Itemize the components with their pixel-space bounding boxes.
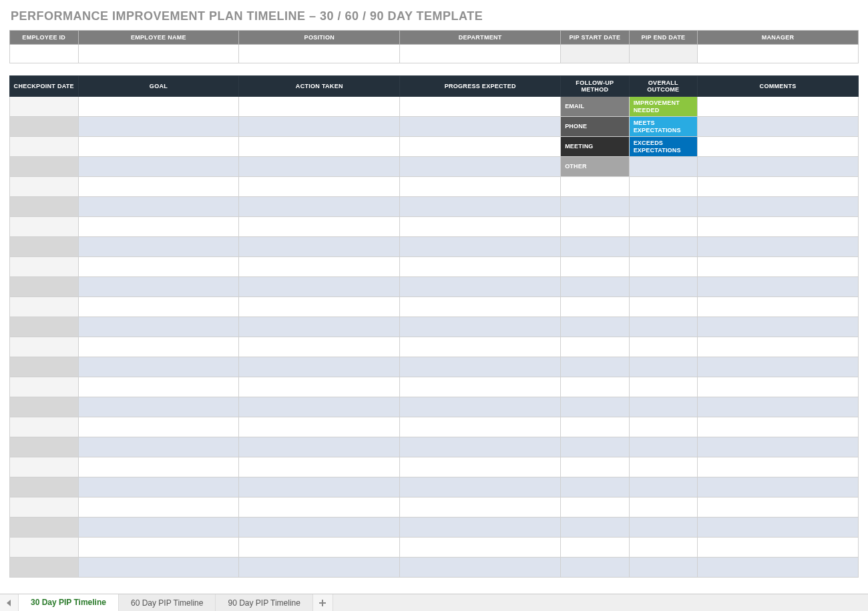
cell[interactable] (698, 97, 859, 117)
cell[interactable] (78, 357, 239, 377)
cell[interactable] (629, 177, 698, 197)
cell[interactable] (400, 558, 561, 578)
cell[interactable] (239, 357, 400, 377)
cell[interactable] (698, 117, 859, 137)
cell[interactable] (239, 257, 400, 277)
cell[interactable] (78, 457, 239, 477)
cell[interactable] (400, 317, 561, 337)
cell-department[interactable] (400, 45, 561, 63)
cell[interactable] (78, 117, 239, 137)
cell[interactable] (698, 317, 859, 337)
cell[interactable] (400, 437, 561, 457)
cell[interactable] (561, 497, 630, 518)
cell[interactable] (629, 157, 698, 177)
cell-position[interactable] (239, 45, 400, 63)
cell[interactable] (561, 558, 630, 578)
cell[interactable] (10, 337, 79, 357)
cell[interactable] (629, 538, 698, 558)
cell[interactable] (239, 397, 400, 417)
cell[interactable] (10, 518, 79, 538)
cell[interactable] (400, 217, 561, 237)
cell[interactable] (629, 277, 698, 297)
cell[interactable] (239, 277, 400, 297)
cell[interactable] (698, 437, 859, 457)
cell[interactable] (629, 457, 698, 477)
cell-employee-id[interactable] (10, 45, 79, 63)
cell[interactable] (698, 177, 859, 197)
cell[interactable] (10, 317, 79, 337)
cell[interactable] (629, 357, 698, 377)
cell-pip-start[interactable] (561, 45, 630, 63)
cell[interactable] (400, 357, 561, 377)
followup-legend-phone[interactable]: PHONE (561, 117, 630, 137)
cell[interactable] (561, 197, 630, 217)
cell[interactable] (629, 558, 698, 578)
cell[interactable] (78, 437, 239, 457)
cell[interactable] (561, 377, 630, 397)
cell[interactable] (10, 217, 79, 237)
cell[interactable] (629, 417, 698, 437)
cell[interactable] (239, 317, 400, 337)
cell-employee-name[interactable] (78, 45, 239, 63)
cell[interactable] (239, 538, 400, 558)
cell[interactable] (400, 397, 561, 417)
cell[interactable] (400, 497, 561, 518)
followup-legend-email[interactable]: EMAIL (561, 97, 630, 117)
cell[interactable] (400, 177, 561, 197)
cell[interactable] (78, 558, 239, 578)
cell[interactable] (10, 157, 79, 177)
cell[interactable] (561, 277, 630, 297)
cell[interactable] (698, 337, 859, 357)
cell[interactable] (400, 157, 561, 177)
cell[interactable] (10, 437, 79, 457)
cell[interactable] (400, 417, 561, 437)
cell[interactable] (78, 477, 239, 497)
cell[interactable] (698, 277, 859, 297)
cell[interactable] (698, 497, 859, 518)
cell[interactable] (698, 377, 859, 397)
cell[interactable] (10, 397, 79, 417)
cell[interactable] (78, 177, 239, 197)
cell[interactable] (698, 477, 859, 497)
cell[interactable] (561, 317, 630, 337)
cell[interactable] (78, 257, 239, 277)
cell[interactable] (561, 237, 630, 257)
cell-manager[interactable] (698, 45, 859, 63)
cell[interactable] (698, 397, 859, 417)
cell[interactable] (78, 217, 239, 237)
cell[interactable] (561, 538, 630, 558)
cell[interactable] (561, 357, 630, 377)
cell[interactable] (239, 237, 400, 257)
cell[interactable] (561, 217, 630, 237)
cell[interactable] (239, 437, 400, 457)
cell[interactable] (561, 437, 630, 457)
cell[interactable] (239, 337, 400, 357)
cell[interactable] (10, 197, 79, 217)
cell[interactable] (629, 317, 698, 337)
cell[interactable] (78, 197, 239, 217)
followup-legend-other[interactable]: OTHER (561, 157, 630, 177)
cell[interactable] (400, 337, 561, 357)
cell[interactable] (239, 137, 400, 157)
cell[interactable] (400, 237, 561, 257)
cell[interactable] (629, 257, 698, 277)
cell[interactable] (78, 97, 239, 117)
cell[interactable] (561, 457, 630, 477)
cell[interactable] (10, 297, 79, 317)
cell[interactable] (629, 477, 698, 497)
cell[interactable] (629, 518, 698, 538)
cell[interactable] (400, 277, 561, 297)
cell[interactable] (629, 337, 698, 357)
cell[interactable] (10, 558, 79, 578)
cell[interactable] (400, 257, 561, 277)
cell[interactable] (400, 97, 561, 117)
cell[interactable] (239, 457, 400, 477)
cell[interactable] (239, 497, 400, 518)
cell[interactable] (561, 417, 630, 437)
cell[interactable] (239, 197, 400, 217)
cell[interactable] (698, 137, 859, 157)
cell[interactable] (400, 457, 561, 477)
cell[interactable] (698, 197, 859, 217)
cell[interactable] (400, 137, 561, 157)
cell[interactable] (561, 397, 630, 417)
